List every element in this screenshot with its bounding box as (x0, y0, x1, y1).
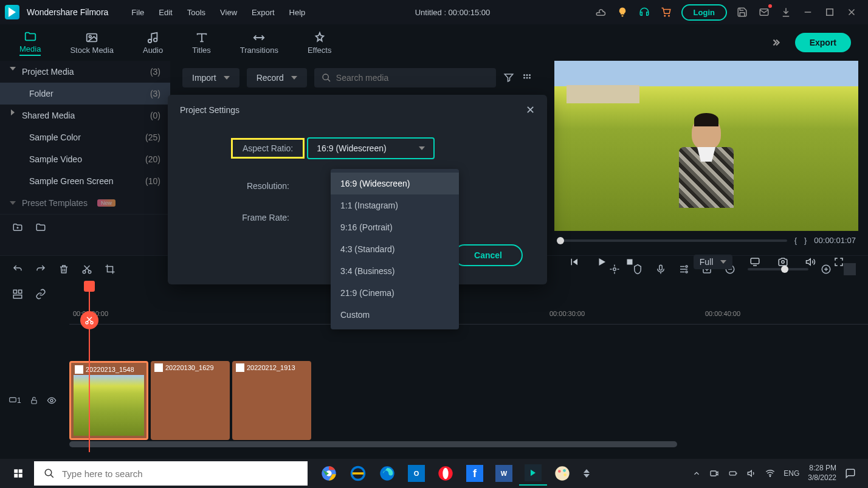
clip-2[interactable]: 20220130_1629 (151, 361, 230, 440)
menu-help[interactable]: Help (283, 5, 312, 19)
add-folder-icon[interactable] (12, 222, 23, 233)
cancel-button[interactable]: Cancel (453, 244, 523, 266)
option-4-3[interactable]: 4:3 (Standard) (331, 238, 459, 260)
cart-icon[interactable] (660, 5, 673, 19)
tab-media[interactable]: Media (5, 26, 55, 60)
download-icon[interactable] (779, 5, 793, 19)
option-21-9[interactable]: 21:9 (Cinema) (331, 282, 459, 304)
option-3-4[interactable]: 3:4 (Business) (331, 260, 459, 282)
export-button[interactable]: Export (795, 33, 851, 52)
menu-view[interactable]: View (214, 5, 243, 19)
paint-icon[interactable] (548, 461, 576, 486)
search-input[interactable] (336, 73, 489, 83)
playhead[interactable] (89, 282, 90, 452)
ie-icon[interactable] (344, 461, 372, 486)
search-media[interactable] (314, 68, 496, 88)
record-dropdown[interactable]: Record (247, 68, 307, 88)
menu-edit[interactable]: Edit (153, 5, 178, 19)
tray-camera-icon[interactable] (709, 469, 719, 478)
option-16-9[interactable]: 16:9 (Widescreen) (331, 173, 459, 194)
scissors-icon[interactable] (80, 311, 98, 329)
tab-stock-media[interactable]: Stock Media (55, 27, 128, 58)
menu-export[interactable]: Export (246, 5, 281, 19)
facebook-icon[interactable]: f (461, 461, 489, 486)
option-9-16[interactable]: 9:16 (Portrait) (331, 216, 459, 238)
minimize-icon[interactable] (801, 5, 815, 19)
stop-icon[interactable] (624, 256, 635, 267)
svg-point-57 (563, 469, 566, 472)
bracket-right[interactable]: } (804, 236, 807, 245)
svg-rect-40 (10, 397, 16, 402)
clip-1[interactable]: 20220213_1548 (69, 361, 148, 440)
filter-icon[interactable] (503, 72, 514, 83)
tray-wifi-icon[interactable] (765, 469, 775, 478)
start-button[interactable] (5, 461, 32, 486)
tab-titles[interactable]: Titles (177, 27, 226, 58)
tray-battery-icon[interactable] (728, 469, 739, 478)
import-dropdown[interactable]: Import (182, 68, 239, 88)
eye-icon[interactable] (47, 396, 57, 405)
option-custom[interactable]: Custom (331, 304, 459, 326)
cut-icon[interactable] (81, 264, 92, 275)
tray-volume-icon[interactable] (747, 469, 757, 478)
tray-language[interactable]: ENG (784, 469, 799, 478)
close-icon[interactable] (845, 5, 858, 19)
delete-icon[interactable] (58, 264, 69, 275)
tree-preset-templates[interactable]: Preset TemplatesNew (0, 192, 170, 214)
play-icon[interactable] (596, 256, 607, 267)
grid-view-icon[interactable] (522, 72, 532, 83)
save-icon[interactable] (735, 5, 749, 19)
tab-effects[interactable]: Effects (293, 27, 346, 58)
timeline-layout-icon[interactable] (12, 289, 23, 300)
tray-up-icon[interactable] (692, 469, 701, 478)
display-icon[interactable] (749, 256, 760, 267)
login-button[interactable]: Login (681, 4, 727, 21)
maximize-icon[interactable] (823, 5, 836, 19)
taskbar-search-input[interactable] (62, 469, 298, 479)
tree-shared-media[interactable]: Shared Media(0) (0, 105, 170, 126)
modal-close-icon[interactable]: ✕ (526, 103, 535, 117)
crop-icon[interactable] (105, 264, 115, 275)
fullscreen-icon[interactable] (833, 256, 844, 267)
timeline-scrollbar[interactable] (69, 441, 677, 447)
quality-dropdown[interactable]: Full (694, 255, 733, 269)
edge-icon[interactable] (373, 461, 401, 486)
link-icon[interactable] (35, 289, 46, 300)
opera-icon[interactable] (432, 461, 460, 486)
time-ruler[interactable]: 00:00:00:00 00:00:30:00 00:00:40:00 (69, 306, 868, 325)
option-1-1[interactable]: 1:1 (Instagram) (331, 194, 459, 216)
aspect-ratio-select[interactable]: 16:9 (Widescreen) (307, 137, 435, 159)
lightbulb-icon[interactable] (616, 5, 629, 19)
lock-icon[interactable] (30, 396, 38, 405)
tab-audio[interactable]: Audio (128, 27, 177, 58)
volume-icon[interactable] (805, 256, 816, 267)
expand-icon[interactable] (770, 36, 783, 49)
chrome-icon[interactable] (315, 461, 343, 486)
menu-tools[interactable]: Tools (181, 5, 212, 19)
filmora-taskbar-icon[interactable] (519, 461, 547, 486)
tree-sample-video[interactable]: Sample Video(20) (0, 148, 170, 170)
clip-3[interactable]: 20220212_1913 (232, 361, 311, 440)
step-back-icon[interactable] (568, 256, 579, 267)
cloud-icon[interactable] (594, 5, 607, 19)
undo-icon[interactable] (12, 264, 23, 275)
tree-project-media[interactable]: Project Media(3) (0, 61, 170, 83)
word-icon[interactable]: W (490, 461, 518, 486)
headset-icon[interactable] (638, 5, 651, 19)
notifications-icon[interactable] (845, 468, 856, 479)
tab-transitions[interactable]: Transitions (226, 27, 293, 58)
bracket-left[interactable]: { (794, 236, 797, 245)
taskbar-show-more[interactable] (584, 469, 590, 478)
taskbar-search[interactable] (34, 461, 308, 486)
folder-icon[interactable] (35, 222, 46, 233)
redo-icon[interactable] (35, 264, 46, 275)
tree-sample-green-screen[interactable]: Sample Green Screen(10) (0, 170, 170, 192)
menu-file[interactable]: File (125, 5, 150, 19)
tree-sample-color[interactable]: Sample Color(25) (0, 126, 170, 148)
preview-scrubber[interactable] (557, 239, 787, 242)
tree-folder[interactable]: Folder(3) (0, 83, 170, 105)
mail-icon[interactable] (757, 5, 771, 19)
zoom-slider[interactable] (748, 268, 808, 270)
tray-clock[interactable]: 8:28 PM 3/8/2022 (808, 464, 836, 483)
outlook-icon[interactable]: O (402, 461, 430, 486)
